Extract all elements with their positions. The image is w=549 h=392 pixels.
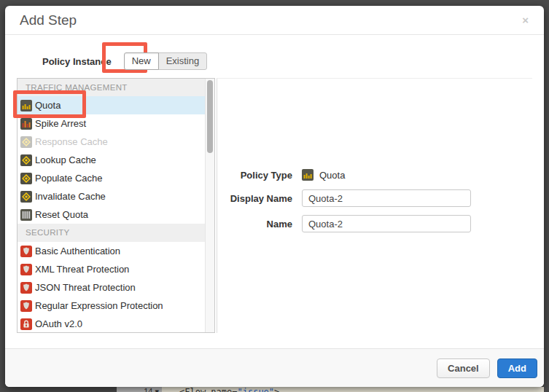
shield-icon bbox=[20, 300, 32, 312]
list-item-reset-quota[interactable]: Reset Quota bbox=[17, 205, 205, 224]
list-item-json-threat-protection[interactable]: JSON Threat Protection bbox=[17, 278, 205, 297]
cancel-button[interactable]: Cancel bbox=[437, 358, 490, 378]
quota-icon bbox=[20, 100, 32, 111]
list-item-basic-authentication[interactable]: Basic Authentication bbox=[17, 242, 205, 260]
modal-title: Add Step bbox=[20, 12, 77, 28]
quota-icon bbox=[302, 169, 314, 181]
list-item-response-cache: Response Cache bbox=[17, 133, 205, 151]
display-name-row: Display Name bbox=[217, 189, 471, 207]
list-scrollbar-track bbox=[205, 79, 214, 332]
code-line-number: 14 ▾ bbox=[117, 387, 162, 392]
list-scrollbar-thumb[interactable] bbox=[207, 80, 213, 153]
list-item-label: XML Threat Protection bbox=[35, 264, 129, 275]
cache-icon bbox=[20, 173, 32, 184]
shield-icon bbox=[20, 246, 32, 257]
list-item-label: Reset Quota bbox=[35, 209, 88, 220]
cache-icon bbox=[20, 154, 32, 166]
code-line-text: <Flow name="issue"> bbox=[179, 387, 279, 392]
policy-type-list: TRAFFIC MANAGEMENT Quota Spike Arrest Re… bbox=[17, 78, 215, 333]
policy-list-items: TRAFFIC MANAGEMENT Quota Spike Arrest Re… bbox=[17, 79, 205, 332]
lock-icon bbox=[20, 318, 32, 330]
list-item-label: Quota bbox=[35, 100, 61, 111]
list-item-label: Regular Expression Protection bbox=[35, 300, 163, 311]
cache-icon bbox=[20, 191, 32, 203]
modal-header: Add Step × bbox=[5, 6, 544, 35]
list-item-label: Basic Authentication bbox=[35, 246, 120, 256]
list-item-label: Populate Cache bbox=[35, 173, 103, 184]
shield-icon bbox=[20, 264, 32, 275]
policy-instance-existing-button[interactable]: Existing bbox=[158, 52, 208, 70]
list-item-quota[interactable]: Quota bbox=[17, 96, 205, 114]
shield-icon bbox=[20, 282, 32, 294]
list-item-label: Invalidate Cache bbox=[35, 191, 106, 202]
list-item-invalidate-cache[interactable]: Invalidate Cache bbox=[17, 187, 205, 205]
policy-instance-new-button[interactable]: New bbox=[124, 52, 159, 70]
display-name-field[interactable] bbox=[302, 189, 471, 207]
policy-type-text: Quota bbox=[319, 170, 345, 181]
name-field[interactable] bbox=[302, 215, 471, 232]
name-row: Name bbox=[217, 215, 471, 232]
add-button[interactable]: Add bbox=[497, 358, 537, 378]
add-step-modal: Add Step × Policy Instance New Existing … bbox=[5, 6, 544, 387]
section-header-security: SECURITY bbox=[17, 224, 205, 242]
spike-arrest-icon bbox=[20, 118, 32, 130]
list-item-oauth-v20[interactable]: OAuth v2.0 bbox=[17, 315, 205, 332]
list-item-label: JSON Threat Protection bbox=[35, 282, 136, 293]
cache-icon bbox=[20, 136, 32, 148]
list-item-label: Response Cache bbox=[35, 136, 108, 147]
section-header-traffic-management: TRAFFIC MANAGEMENT bbox=[17, 79, 205, 96]
modal-footer: Cancel Add bbox=[5, 348, 544, 387]
policy-instance-label: Policy Instance bbox=[42, 56, 112, 67]
policy-detail-panel: Policy Type Quota Display Name Name bbox=[217, 78, 532, 333]
reset-quota-icon bbox=[20, 209, 32, 221]
list-item-xml-threat-protection[interactable]: XML Threat Protection bbox=[17, 260, 205, 278]
list-item-regular-expression-protection[interactable]: Regular Expression Protection bbox=[17, 297, 205, 315]
close-icon[interactable]: × bbox=[522, 15, 529, 26]
list-item-label: Lookup Cache bbox=[35, 154, 96, 165]
list-item-populate-cache[interactable]: Populate Cache bbox=[17, 169, 205, 187]
list-item-label: Spike Arrest bbox=[35, 118, 86, 129]
policy-type-value: Quota bbox=[302, 169, 345, 181]
list-item-spike-arrest[interactable]: Spike Arrest bbox=[17, 114, 205, 133]
list-item-lookup-cache[interactable]: Lookup Cache bbox=[17, 151, 205, 169]
name-label: Name bbox=[217, 219, 292, 230]
list-item-label: OAuth v2.0 bbox=[35, 318, 82, 329]
policy-type-label: Policy Type bbox=[217, 170, 292, 181]
policy-type-row: Policy Type Quota bbox=[217, 166, 345, 184]
background-code-editor: 14 ▾<Flow name="issue"> bbox=[117, 387, 544, 392]
policy-instance-row: Policy Instance New Existing bbox=[42, 52, 207, 70]
display-name-label: Display Name bbox=[217, 193, 292, 204]
